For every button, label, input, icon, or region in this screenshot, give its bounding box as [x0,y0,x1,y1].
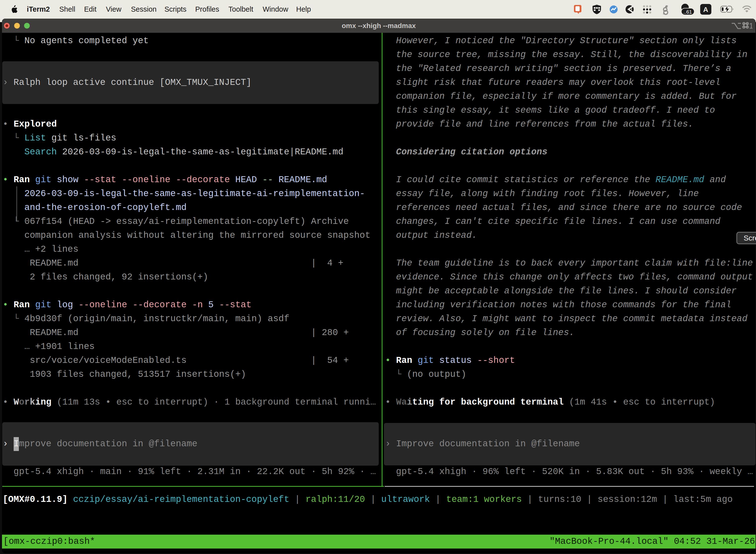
svg-text:A: A [703,6,708,13]
svg-text:..61: ..61 [683,9,692,15]
svg-text:1: 1 [749,21,753,30]
